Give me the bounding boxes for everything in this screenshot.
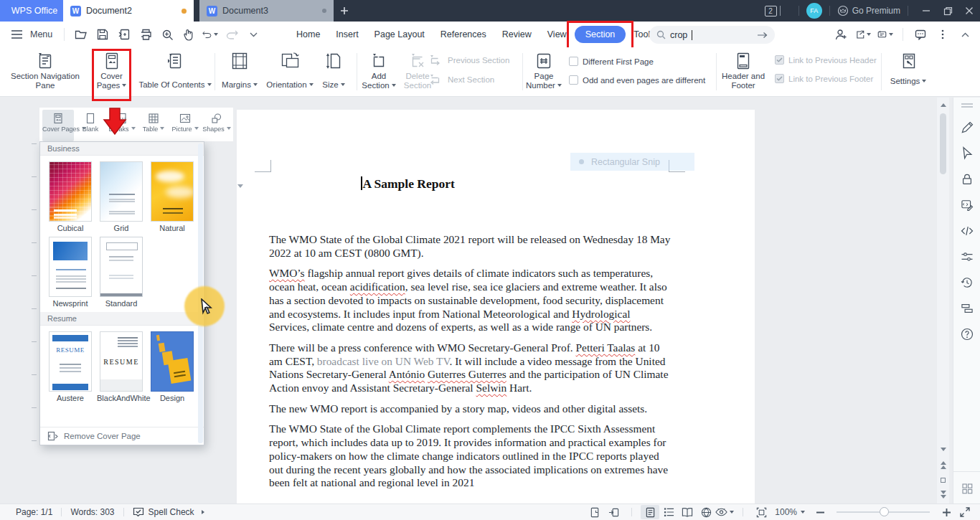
add-collaborator-icon[interactable]	[833, 27, 849, 42]
section-navigation-pane-button[interactable]: Section Navigation Pane	[8, 47, 83, 90]
search-box[interactable]: crop	[649, 26, 775, 44]
outline-view-icon[interactable]	[659, 505, 678, 519]
tab-insert[interactable]: Insert	[328, 26, 366, 43]
mini-picture-button[interactable]: Picture	[170, 110, 200, 141]
open-file-icon[interactable]	[73, 27, 89, 42]
zoom-slider[interactable]	[837, 511, 930, 513]
cover-template-grid[interactable]: Grid	[97, 161, 146, 232]
cover-template-newsprint[interactable]: Newsprint	[46, 237, 95, 308]
fit-page-icon[interactable]	[752, 505, 771, 519]
mini-cover-pages-button[interactable]: Cover Pages	[42, 110, 74, 141]
full-screen-icon[interactable]	[956, 505, 974, 519]
read-layout-icon[interactable]	[678, 505, 697, 519]
vertical-scrollbar[interactable]	[937, 98, 949, 504]
help-icon[interactable]	[953, 321, 980, 347]
size-button[interactable]: Size	[316, 47, 352, 90]
export-pdf-icon[interactable]	[116, 27, 132, 42]
zoom-in-button[interactable]	[937, 505, 956, 519]
cover-template-design[interactable]: Design	[148, 331, 197, 402]
header-and-footer-button[interactable]: Header and Footer	[717, 47, 769, 90]
scrollbar-thumb[interactable]	[940, 113, 946, 174]
proofread-edit-icon[interactable]	[953, 192, 980, 218]
more-tools-chevron-icon[interactable]	[245, 27, 261, 42]
word-count[interactable]: Words: 303	[70, 507, 114, 517]
select-browse-object-icon[interactable]	[937, 474, 949, 486]
zoom-percentage[interactable]: 100%	[775, 507, 797, 517]
redo-button-disabled[interactable]	[224, 27, 240, 42]
zoom-out-button[interactable]	[811, 505, 829, 519]
collapse-ribbon-icon[interactable]	[957, 27, 973, 42]
share-button[interactable]	[855, 27, 871, 42]
navigation-structure-icon[interactable]	[953, 296, 980, 321]
orientation-button[interactable]: Orientation	[264, 47, 316, 90]
margins-button[interactable]: Margins	[219, 47, 260, 90]
print-preview-icon[interactable]	[159, 27, 175, 42]
document-page[interactable]: Rectangular Snip A Sample Report The WMO…	[237, 110, 755, 504]
close-button[interactable]	[958, 0, 980, 22]
save-icon[interactable]	[95, 27, 110, 42]
link-previous-footer-checkbox[interactable]: Link to Previous Footer	[775, 74, 873, 83]
remove-cover-page-button[interactable]: Remove Cover Page	[40, 427, 204, 445]
cover-template-blackandwhite[interactable]: RESUMEBlackAndWhite	[97, 331, 146, 402]
minimize-button[interactable]	[915, 0, 937, 22]
scroll-down-arrow-icon[interactable]	[937, 443, 949, 455]
add-section-button[interactable]: Add Section	[360, 47, 397, 90]
task-list-button[interactable]	[877, 27, 893, 42]
document-tab-document2[interactable]: W Document2	[63, 0, 194, 22]
tab-home[interactable]: Home	[288, 26, 328, 43]
search-input-value[interactable]: crop	[670, 30, 687, 40]
link-previous-header-checkbox[interactable]: Link to Previous Header	[775, 55, 877, 65]
cover-template-natural[interactable]: Natural	[148, 161, 197, 232]
comment-icon[interactable]	[913, 27, 928, 42]
cover-template-austere[interactable]: RESUMEAustere	[46, 331, 95, 402]
tab-references[interactable]: References	[433, 26, 494, 43]
mini-shapes-button[interactable]: Shapes	[202, 110, 232, 141]
transfer-to-device-icon[interactable]	[604, 505, 623, 519]
tab-section[interactable]: Section	[575, 26, 626, 43]
tab-review[interactable]: Review	[494, 26, 540, 43]
tab-view[interactable]: View	[540, 26, 575, 43]
more-options-icon[interactable]	[935, 27, 951, 42]
lock-icon[interactable]	[953, 166, 980, 192]
scroll-up-arrow-icon[interactable]	[937, 99, 949, 110]
previous-page-icon[interactable]	[937, 459, 949, 471]
different-first-page-checkbox[interactable]: Different First Page	[569, 57, 654, 66]
hand-tool-icon[interactable]	[181, 27, 197, 42]
menu-button[interactable]: Menu	[30, 29, 52, 39]
adjust-settings-icon[interactable]	[953, 244, 980, 270]
window-count-icon[interactable]: 2	[765, 6, 777, 16]
tab-page-layout[interactable]: Page Layout	[367, 26, 433, 43]
search-submit-arrow-icon[interactable]	[757, 32, 768, 39]
web-layout-icon[interactable]	[697, 505, 715, 519]
zoom-slider-knob[interactable]	[880, 507, 889, 516]
apps-grid-icon[interactable]	[953, 471, 980, 495]
source-code-icon[interactable]	[953, 218, 980, 244]
outline-collapse-marker-icon[interactable]	[237, 184, 243, 188]
spell-check-button[interactable]: Spell Check	[133, 507, 204, 517]
user-avatar[interactable]: FA	[806, 3, 822, 19]
previous-section-button-disabled[interactable]: Previous Section	[429, 55, 509, 66]
wps-office-home-tab[interactable]: WPS Office	[0, 0, 69, 22]
page-thumbnail-icon[interactable]	[585, 505, 604, 519]
cover-pages-button[interactable]: Cover Pages	[91, 47, 132, 90]
next-section-button-disabled[interactable]: Next Section	[429, 74, 494, 85]
cover-template-standard[interactable]: Standard	[97, 237, 146, 308]
odd-even-pages-checkbox[interactable]: Odd and even pages are different	[569, 75, 705, 85]
page-number-button[interactable]: Page Number	[524, 47, 564, 90]
settings-button[interactable]: Settings	[887, 47, 930, 86]
next-page-icon[interactable]	[937, 488, 949, 500]
sidebar-drag-handle-icon[interactable]	[961, 103, 973, 108]
quick-edit-pen-icon[interactable]	[953, 115, 980, 141]
print-icon[interactable]	[138, 27, 154, 42]
select-cursor-icon[interactable]	[953, 141, 980, 166]
eye-protection-icon[interactable]	[715, 505, 734, 519]
go-premium-button[interactable]: Go Premium	[837, 5, 900, 16]
page-indicator[interactable]: Page: 1/1	[16, 507, 52, 517]
table-of-contents-button[interactable]: Table Of Contents	[135, 47, 215, 90]
undo-button[interactable]	[202, 27, 218, 42]
hamburger-menu-icon[interactable]	[9, 27, 24, 42]
restore-button[interactable]	[937, 0, 958, 22]
cover-template-cubical[interactable]: Cubical	[46, 161, 95, 232]
new-tab-button[interactable]	[337, 4, 352, 18]
mini-table-button[interactable]: Table	[138, 110, 169, 141]
